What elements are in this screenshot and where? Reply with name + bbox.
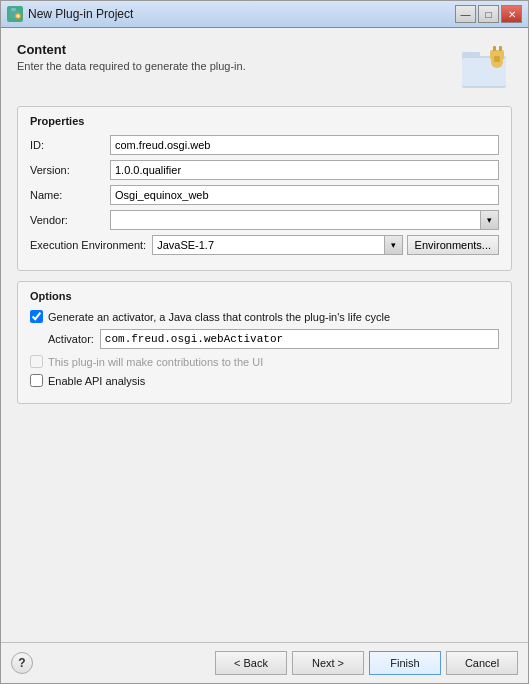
api-analysis-label: Enable API analysis xyxy=(48,375,145,387)
generate-activator-row: Generate an activator, a Java class that… xyxy=(30,310,499,323)
svg-rect-1 xyxy=(11,8,16,11)
header-text: Content Enter the data required to gener… xyxy=(17,42,450,72)
ui-contributions-label: This plug-in will make contributions to … xyxy=(48,356,263,368)
button-bar: ? < Back Next > Finish Cancel xyxy=(1,642,528,683)
environments-button[interactable]: Environments... xyxy=(407,235,499,255)
nav-buttons: < Back Next > Finish Cancel xyxy=(215,651,518,675)
next-button[interactable]: Next > xyxy=(292,651,364,675)
header-title: Content xyxy=(17,42,450,57)
api-analysis-checkbox[interactable] xyxy=(30,374,43,387)
spacer xyxy=(17,414,512,632)
header-description: Enter the data required to generate the … xyxy=(17,60,450,72)
svg-rect-12 xyxy=(494,56,500,62)
minimize-button[interactable]: — xyxy=(455,5,476,23)
header-icon xyxy=(460,42,512,94)
name-row: Name: xyxy=(30,185,499,205)
ui-contributions-row: This plug-in will make contributions to … xyxy=(30,355,499,368)
title-bar-buttons: — □ ✕ xyxy=(455,5,522,23)
window-title: New Plug-in Project xyxy=(28,7,133,21)
svg-rect-10 xyxy=(499,46,502,51)
close-button[interactable]: ✕ xyxy=(501,5,522,23)
options-section: Options Generate an activator, a Java cl… xyxy=(17,281,512,404)
exec-env-row: Execution Environment: ▾ Environments... xyxy=(30,235,499,255)
svg-rect-9 xyxy=(493,46,496,51)
vendor-label: Vendor: xyxy=(30,214,110,226)
activator-row: Activator: xyxy=(30,329,499,349)
generate-activator-checkbox[interactable] xyxy=(30,310,43,323)
exec-env-arrow[interactable]: ▾ xyxy=(385,235,403,255)
properties-title: Properties xyxy=(30,115,499,127)
back-button[interactable]: < Back xyxy=(215,651,287,675)
activator-input[interactable] xyxy=(100,329,499,349)
version-row: Version: xyxy=(30,160,499,180)
vendor-row: Vendor: ▾ xyxy=(30,210,499,230)
api-analysis-row: Enable API analysis xyxy=(30,374,499,387)
vendor-dropdown-arrow[interactable]: ▾ xyxy=(481,210,499,230)
finish-button[interactable]: Finish xyxy=(369,651,441,675)
exec-env-label-text: Execution Environment: xyxy=(30,239,146,251)
cancel-button[interactable]: Cancel xyxy=(446,651,518,675)
version-input[interactable] xyxy=(110,160,499,180)
exec-env-dropdown-wrapper: ▾ xyxy=(152,235,402,255)
vendor-input[interactable] xyxy=(110,210,481,230)
title-bar: New Plug-in Project — □ ✕ xyxy=(1,1,528,28)
name-label: Name: xyxy=(30,189,110,201)
exec-env-label: Execution Environment: xyxy=(30,239,146,251)
options-title: Options xyxy=(30,290,499,302)
dialog-window: New Plug-in Project — □ ✕ Content Enter … xyxy=(0,0,529,684)
maximize-button[interactable]: □ xyxy=(478,5,499,23)
exec-env-input[interactable] xyxy=(152,235,384,255)
window-icon xyxy=(7,6,23,22)
generate-activator-label: Generate an activator, a Java class that… xyxy=(48,311,390,323)
svg-rect-6 xyxy=(462,52,480,58)
ui-contributions-checkbox[interactable] xyxy=(30,355,43,368)
vendor-dropdown-wrapper: ▾ xyxy=(110,210,499,230)
properties-section: Properties ID: Version: Name: Vendor: ▾ xyxy=(17,106,512,271)
help-button[interactable]: ? xyxy=(11,652,33,674)
title-bar-left: New Plug-in Project xyxy=(7,6,133,22)
id-input[interactable] xyxy=(110,135,499,155)
id-label: ID: xyxy=(30,139,110,151)
version-label: Version: xyxy=(30,164,110,176)
id-row: ID: xyxy=(30,135,499,155)
content-area: Content Enter the data required to gener… xyxy=(1,28,528,642)
name-input[interactable] xyxy=(110,185,499,205)
activator-label: Activator: xyxy=(48,333,94,345)
header-section: Content Enter the data required to gener… xyxy=(17,42,512,94)
